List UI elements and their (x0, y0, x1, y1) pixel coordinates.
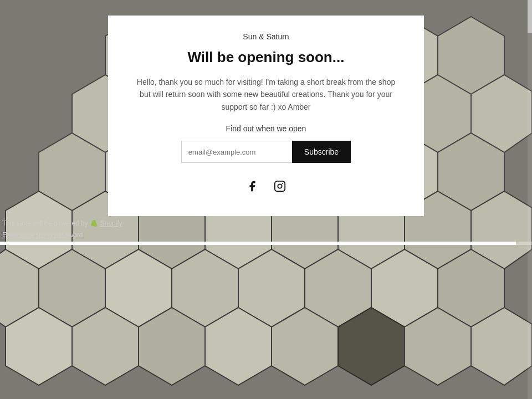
shopify-icon (90, 219, 98, 227)
scroll-thumb (528, 0, 532, 33)
subscribe-form: Subscribe (130, 141, 402, 163)
find-out-label: Find out when we open (130, 124, 402, 133)
scroll-indicator[interactable] (528, 0, 532, 399)
svg-point-46 (278, 185, 282, 188)
facebook-icon[interactable] (244, 178, 260, 194)
enter-store: Enter store using password (2, 229, 122, 239)
shopify-link[interactable]: Shopify (100, 219, 122, 227)
main-card: Sun & Saturn Will be opening soon... Hel… (108, 16, 424, 216)
svg-rect-45 (275, 181, 285, 191)
progress-bar-container (0, 242, 532, 245)
instagram-icon[interactable] (272, 178, 288, 194)
svg-point-47 (282, 183, 283, 184)
powered-by: This store will be powered by Shopify (2, 219, 122, 227)
footer: This store will be powered by Shopify En… (0, 215, 125, 244)
email-input[interactable] (181, 141, 292, 163)
store-name: Sun & Saturn (130, 32, 402, 41)
social-icons (130, 178, 402, 194)
powered-text: This store will be powered by (2, 219, 88, 227)
description: Hello, thank you so much for visiting! I… (130, 76, 402, 113)
enter-store-link[interactable]: Enter store using password (2, 231, 83, 239)
progress-bar-fill (0, 242, 516, 245)
headline: Will be opening soon... (130, 49, 402, 66)
subscribe-button[interactable]: Subscribe (292, 141, 351, 163)
